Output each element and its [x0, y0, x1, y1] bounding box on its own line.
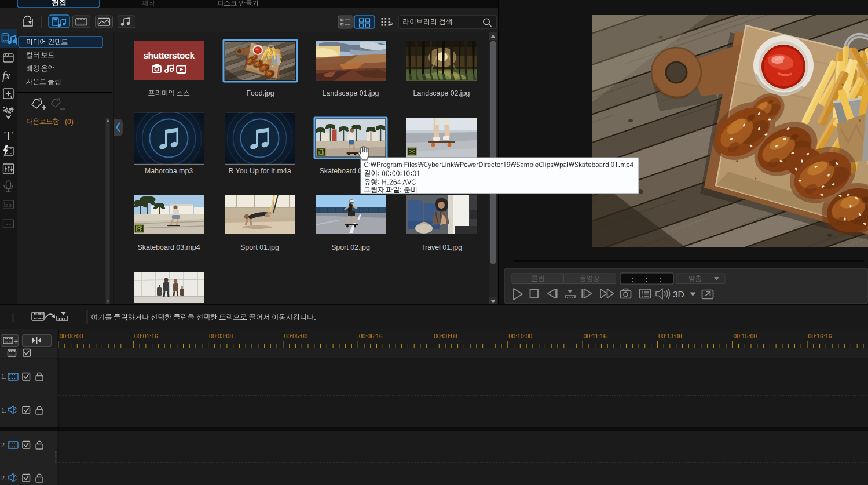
svg-text:00:15:00: 00:15:00 [733, 333, 757, 340]
svg-text:2.: 2. [1, 475, 6, 482]
svg-text:(0): (0) [65, 118, 74, 126]
svg-text:00:08:08: 00:08:08 [434, 333, 457, 340]
svg-text:2.: 2. [1, 442, 6, 448]
svg-text:3D: 3D [673, 289, 684, 299]
svg-text:00:11:16: 00:11:16 [584, 333, 607, 340]
svg-text:00:16:16: 00:16:16 [808, 333, 832, 340]
svg-text:Travel 01.jpg: Travel 01.jpg [421, 243, 462, 251]
svg-text:1.: 1. [1, 407, 6, 414]
svg-text:Landscape 01.jpg: Landscape 01.jpg [323, 89, 379, 97]
svg-text:shutterstock: shutterstock [143, 50, 195, 60]
svg-text:Mahoroba.mp3: Mahoroba.mp3 [145, 167, 193, 175]
svg-text:00:01:16: 00:01:16 [134, 333, 158, 340]
svg-text:00:00:00: 00:00:00 [60, 333, 83, 340]
svg-text:Skateboard 03.mp4: Skateboard 03.mp4 [137, 243, 200, 251]
svg-text:T: T [4, 128, 13, 143]
svg-text:2 3: 2 3 [5, 203, 12, 208]
svg-text:00:03:08: 00:03:08 [209, 333, 233, 340]
svg-text:R You Up for It.m4a: R You Up for It.m4a [228, 167, 291, 175]
svg-text:fx: fx [2, 70, 10, 82]
svg-text:00:13:08: 00:13:08 [658, 333, 682, 340]
svg-text:Landscape 02.jpg: Landscape 02.jpg [413, 89, 470, 97]
svg-text:00:10:00: 00:10:00 [508, 333, 532, 340]
svg-text:Food.jpg: Food.jpg [246, 89, 274, 97]
svg-text:00:05:00: 00:05:00 [284, 333, 307, 340]
svg-text:Sport 02.jpg: Sport 02.jpg [331, 243, 370, 251]
svg-text:- - : - - : - - : - -: - - : - - : - - : - - [622, 276, 672, 283]
svg-text:00:06:16: 00:06:16 [359, 333, 383, 340]
svg-text:Sport 01.jpg: Sport 01.jpg [240, 243, 279, 251]
svg-text:- -: - - [6, 221, 11, 227]
svg-text:1.: 1. [1, 373, 6, 380]
